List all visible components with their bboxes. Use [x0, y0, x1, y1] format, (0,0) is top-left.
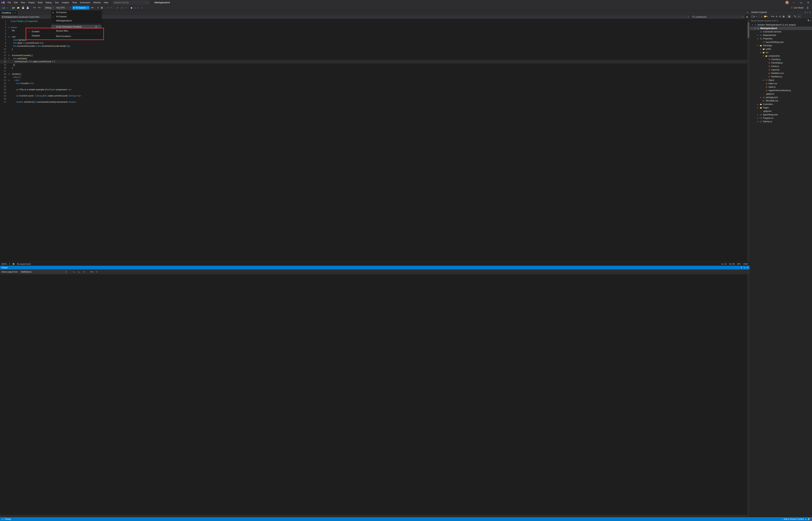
tree-item[interactable]: JSNavMenu.js	[750, 75, 812, 78]
menu-project[interactable]: Project	[27, 1, 36, 4]
tree-item[interactable]: JSregisterServiceWorker.js	[750, 89, 812, 92]
code-editor[interactable]: 1234567891011121314151617181920212223242…	[0, 19, 750, 262]
tree-item[interactable]: ▾📂ClientApp	[750, 44, 812, 47]
tree-item[interactable]: ⚙Connected Services	[750, 30, 812, 33]
run-menu-item[interactable]: Script Debugging (Enabled)▶	[51, 25, 102, 29]
close-tab-icon[interactable]: ✕	[15, 12, 16, 14]
output-source-dropdown[interactable]: IntelliSense	[20, 270, 68, 274]
eol-mode[interactable]: CRLF	[743, 263, 748, 265]
nav-back-icon[interactable]: ◯◂	[1, 6, 6, 9]
menu-test[interactable]: Test	[53, 1, 60, 4]
run-menu-item[interactable]: ▶IIS Express	[51, 10, 102, 15]
sync-icon[interactable]: ⇄	[775, 15, 778, 18]
panel-close-icon[interactable]: ✕	[809, 12, 811, 13]
minimize-button[interactable]: ─	[791, 1, 796, 4]
menu-extensions[interactable]: Extensions	[79, 1, 92, 4]
nav-fwd-icon[interactable]: ▸	[6, 6, 9, 9]
tab-overflow-icon[interactable]: ▾	[747, 12, 750, 14]
panel-pin-icon[interactable]: ⊥	[807, 12, 808, 13]
col-number[interactable]: Ch: 48	[729, 263, 735, 265]
tree-item[interactable]: JSHome.js	[750, 65, 812, 68]
code-content[interactable]: import React, { Componentexport dis con …	[11, 20, 747, 104]
tree-item[interactable]: ▾📂src	[750, 51, 812, 54]
tree-item[interactable]: ▾📂components	[750, 54, 812, 58]
solution-search[interactable]: Search Solution Explorer (Ctrl+;) 🔍▾	[750, 19, 812, 23]
indent-left-icon[interactable]: ◁≡	[115, 6, 119, 9]
collapse-icon[interactable]: ⊟	[779, 15, 782, 18]
output-wrap-icon[interactable]: ↩	[95, 270, 98, 273]
step-icon[interactable]: ⇥	[106, 6, 109, 9]
tree-item[interactable]: ▸C#Program.cs	[750, 116, 812, 120]
menu-file[interactable]: File	[6, 1, 12, 4]
tab-counter-js[interactable]: Counter.js ⊿ ✕	[0, 10, 18, 15]
tree-item[interactable]: ▫.gitignore	[750, 110, 812, 113]
save-icon[interactable]: 💾	[21, 6, 25, 9]
step-icon-2[interactable]: ≡	[110, 6, 113, 9]
run-menu-item[interactable]: ✓IIS Express	[51, 15, 102, 19]
bookmark-icon[interactable]: ◼	[130, 6, 133, 9]
fold-column[interactable]: ⊟⊟⊟⊟⊟⊟	[7, 19, 10, 104]
submenu-item[interactable]: ✓Enabled	[27, 29, 51, 34]
menu-debug[interactable]: Debug	[44, 1, 53, 4]
output-body[interactable]	[0, 274, 750, 517]
notifications-icon[interactable]: 🔔1	[808, 518, 810, 520]
panel-dropdown-icon[interactable]: ▾	[741, 266, 742, 269]
tree-item[interactable]: ▸📁Controllers	[750, 103, 812, 106]
home-icon[interactable]: ⌂	[761, 15, 763, 18]
tree-item[interactable]: ▾🔧Properties	[750, 37, 812, 40]
submenu-item[interactable]: Disabled	[27, 34, 51, 38]
panel-dropdown-icon[interactable]: ▾	[805, 12, 806, 13]
source-control-button[interactable]: Add to Source Control	[784, 518, 804, 520]
feedback-icon[interactable]: 👤	[806, 6, 809, 9]
browser-link-icon[interactable]: ⎘	[97, 6, 99, 9]
menu-analyze[interactable]: Analyze	[60, 1, 70, 4]
indent-right-icon[interactable]: ▷≡	[120, 6, 124, 9]
menu-tools[interactable]: Tools	[71, 1, 78, 4]
tree-item[interactable]: ▫.gitignore	[750, 92, 812, 96]
indent-mode[interactable]: SPC	[737, 263, 741, 265]
save-all-icon[interactable]: 💾	[26, 6, 30, 9]
panel-close-icon[interactable]: ✕	[747, 266, 748, 269]
bookmark-prev-icon[interactable]: ◂	[134, 6, 136, 9]
menu-help[interactable]: Help	[103, 1, 110, 4]
picture-icon[interactable]: 🖼	[100, 6, 104, 9]
tree-item[interactable]: ▸C#Startup.cs	[750, 120, 812, 123]
output-panel-header[interactable]: Output ▾ ⊥ ✕	[0, 266, 750, 270]
back-icon[interactable]: ◯◂	[751, 15, 755, 18]
tree-item[interactable]: M↓README.md	[750, 99, 812, 103]
fwd-icon[interactable]: ▸	[756, 15, 758, 18]
redo-icon[interactable]: ↷▾	[37, 6, 41, 9]
run-menu-item[interactable]: WebApplication4	[51, 19, 102, 23]
split-icon[interactable]: ⊞	[746, 16, 749, 18]
show-all-icon[interactable]: ▦	[782, 15, 785, 18]
output-next-icon[interactable]: ≡▾	[82, 270, 86, 273]
tree-item[interactable]: JSFetchData.js	[750, 61, 812, 65]
new-project-icon[interactable]: ▦▾	[12, 6, 16, 9]
menu-window[interactable]: Window	[92, 1, 102, 4]
menu-view[interactable]: View	[19, 1, 27, 4]
platform-dropdown[interactable]: Any CPU	[55, 6, 72, 10]
run-menu-item[interactable]: More Emulators...	[51, 34, 102, 38]
tree-item[interactable]: ▸JSApp.js	[750, 78, 812, 82]
pin-icon[interactable]: ⊿	[12, 12, 14, 14]
maximize-button[interactable]: ▭	[798, 1, 803, 4]
pending-icon[interactable]: ⟳▾	[771, 15, 774, 18]
preview-icon[interactable]: ◪	[788, 15, 791, 18]
tree-item[interactable]: ▸⚙Dependencies	[750, 33, 812, 37]
run-menu-item[interactable]: Browse With...	[51, 29, 102, 33]
search-input[interactable]: Search (Ctrl+Q) ⌕	[113, 1, 149, 4]
scope-dropdown[interactable]: ▮ WebApplication4 JavaScript Content Fil…	[1, 15, 690, 19]
tree-item[interactable]: ▸📁Pages	[750, 106, 812, 110]
member-dropdown[interactable]: 🔧 currentCount	[691, 15, 744, 19]
undo-icon[interactable]: ↶▾	[32, 6, 37, 9]
preview-selected-icon[interactable]: ▭	[797, 15, 801, 18]
menu-edit[interactable]: Edit	[13, 1, 19, 4]
line-number[interactable]: Ln: 14	[721, 263, 727, 265]
tree-item[interactable]: JSLayout.js	[750, 68, 812, 71]
bookmark-next-icon[interactable]: ▸	[137, 6, 139, 9]
output-clear-icon[interactable]: ✕≡	[89, 270, 94, 273]
menu-build[interactable]: Build	[37, 1, 44, 4]
solution-view-icon[interactable]: 📂▾	[764, 15, 768, 18]
live-share[interactable]: ⇪ Live Share 👤	[791, 6, 811, 9]
properties-icon[interactable]: 🔧	[793, 15, 797, 18]
